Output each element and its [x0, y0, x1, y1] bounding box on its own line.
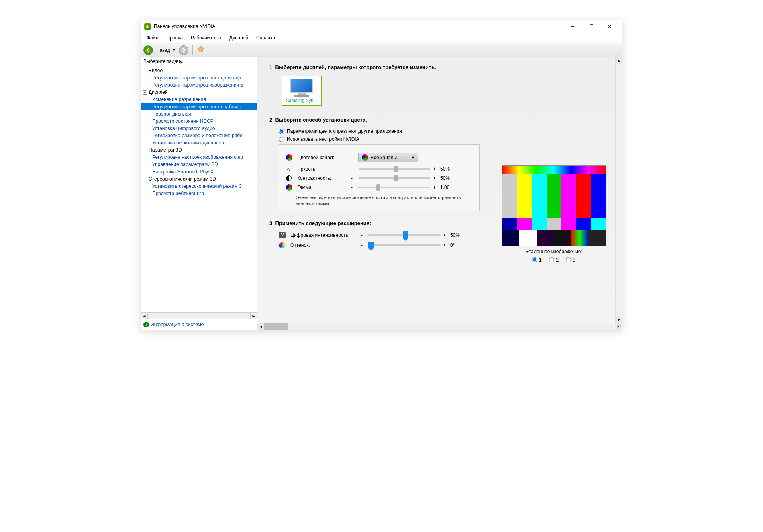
contrast-value: 50%: [440, 175, 458, 181]
menu-file[interactable]: Файл: [143, 33, 163, 42]
contrast-icon: [286, 175, 292, 181]
tree-item[interactable]: Управление параметрами 3D: [141, 161, 257, 168]
menu-display[interactable]: Дисплей: [225, 33, 252, 42]
vibrance-value: 50%: [450, 232, 468, 238]
nvidia-control-panel-window: ◉ Панель управления NVIDIA ─ ☐ ✕ Файл Пр…: [141, 20, 622, 330]
scroll-down-icon[interactable]: ▼: [616, 316, 622, 323]
plus-label: +: [443, 232, 448, 238]
radio-nvidia-label: Использовать настройки NVIDIA: [287, 136, 359, 142]
minimize-button[interactable]: ─: [563, 20, 582, 32]
tree-item[interactable]: Установить стереоскопический режим 3: [141, 183, 257, 190]
menu-edit[interactable]: Правка: [163, 33, 187, 42]
brightness-row: ☼ Яркость: - + 50%: [286, 166, 473, 172]
collapse-icon[interactable]: −: [143, 177, 147, 181]
tree-category[interactable]: −Параметры 3D: [141, 146, 257, 154]
scroll-up-icon[interactable]: ▲: [616, 57, 622, 64]
tree-item[interactable]: Регулировка размера и положения рабо: [141, 132, 257, 139]
scroll-left-icon[interactable]: ◄: [257, 323, 264, 330]
hue-slider[interactable]: [368, 244, 441, 246]
contrast-slider[interactable]: [358, 177, 430, 179]
vibrance-label: Цифровая интенсивность:: [290, 232, 359, 238]
window-title: Панель управления NVIDIA: [154, 24, 563, 29]
toolbar-separator: [192, 45, 193, 55]
reference-label: Эталонное изображение:: [502, 249, 606, 254]
tree-item[interactable]: Просмотр состояния HDCP: [141, 118, 257, 125]
hue-value: 0°: [450, 242, 468, 248]
scroll-track[interactable]: [148, 313, 250, 319]
scroll-left-icon[interactable]: ◄: [141, 313, 148, 319]
minus-label: -: [351, 185, 356, 190]
system-info-link[interactable]: Информация о системе: [151, 322, 204, 327]
home-button[interactable]: [197, 45, 205, 55]
tree-item[interactable]: Поворот дисплея: [141, 110, 257, 118]
brightness-label: Яркость:: [297, 166, 349, 172]
gamma-warning-text: Очень высокое или низкое значение яркост…: [296, 195, 473, 207]
hue-label: Оттенок:: [290, 242, 359, 248]
collapse-icon[interactable]: −: [143, 69, 147, 73]
chevron-down-icon: ▼: [411, 156, 415, 160]
radio-other-apps-input[interactable]: [279, 129, 284, 134]
sidebar-header: Выберите задачу...: [141, 57, 257, 66]
channel-select[interactable]: Все каналы ▼: [358, 153, 418, 162]
radio-nvidia[interactable]: Использовать настройки NVIDIA: [279, 136, 610, 142]
content-h-scrollbar[interactable]: ◄ ►: [257, 323, 622, 330]
maximize-button[interactable]: ☐: [582, 20, 600, 32]
content-v-scrollbar[interactable]: ▲ ▼: [615, 57, 622, 323]
sidebar-footer: i Информация о системе: [141, 319, 257, 330]
tree-item[interactable]: Регулировка настроек изображения с пр: [141, 154, 257, 161]
tree-item[interactable]: Установка цифрового аудио: [141, 125, 257, 132]
plus-label: +: [433, 166, 438, 172]
tree-item[interactable]: Настройка Surround, PhysX: [141, 168, 257, 175]
vibrance-slider[interactable]: [368, 234, 441, 236]
minus-label: -: [351, 166, 356, 172]
ref-radio-1[interactable]: 1: [532, 257, 542, 263]
nvidia-app-icon: ◉: [144, 23, 151, 30]
radio-other-apps[interactable]: Параметрами цвета управляют другие прило…: [279, 128, 610, 134]
resize-grip-icon[interactable]: ⋰: [617, 325, 621, 329]
display-thumbnail[interactable]: Samsung Syn...: [282, 76, 322, 106]
close-button[interactable]: ✕: [600, 20, 619, 32]
menu-desktop[interactable]: Рабочий стол: [187, 33, 225, 42]
content-panel: 1. Выберите дисплей, параметры которого …: [257, 57, 622, 323]
info-icon: i: [143, 322, 149, 327]
task-sidebar: Выберите задачу... −ВидеоРегулировка пар…: [141, 57, 257, 330]
ref-radio-3[interactable]: 3: [566, 257, 575, 263]
channel-row: Цветовой канал: Все каналы ▼: [286, 153, 473, 162]
tree-item[interactable]: Регулировка параметров цвета для вид: [141, 74, 257, 81]
plus-label: +: [433, 185, 438, 190]
tree-item[interactable]: Изменение разрешения: [141, 96, 257, 103]
tree-category[interactable]: −Видео: [141, 67, 257, 74]
home-icon: [197, 45, 205, 53]
tree-item[interactable]: Просмотр рейтинга игр: [141, 190, 257, 197]
contrast-label: Контрастность:: [297, 175, 349, 181]
back-button[interactable]: [143, 45, 153, 55]
back-label[interactable]: Назад: [156, 47, 170, 53]
nav-toolbar: Назад ▼: [141, 43, 622, 57]
tree-category[interactable]: −Дисплей: [141, 89, 257, 96]
monitor-icon: [290, 79, 313, 96]
tree-item[interactable]: Регулировка параметров изображения д: [141, 81, 257, 89]
radio-nvidia-input[interactable]: [279, 137, 284, 142]
color-settings-box: Цветовой канал: Все каналы ▼ ☼ Яркость: …: [279, 144, 480, 211]
gamma-slider[interactable]: [358, 187, 430, 188]
tree-item[interactable]: Установка нескольких дисплеев: [141, 139, 257, 146]
plus-label: +: [443, 242, 448, 248]
sidebar-h-scrollbar[interactable]: ◄ ►: [141, 312, 257, 319]
brightness-slider[interactable]: [358, 168, 430, 170]
content-wrap: 1. Выберите дисплей, параметры которого …: [257, 57, 622, 330]
menu-help[interactable]: Справка: [252, 33, 279, 42]
tree-category[interactable]: −Стереоскопический режим 3D: [141, 175, 257, 183]
back-dropdown-icon[interactable]: ▼: [172, 48, 175, 52]
tree-item[interactable]: Регулировка параметров цвета рабочег: [141, 103, 257, 110]
scroll-right-icon[interactable]: ►: [250, 313, 257, 319]
collapse-icon[interactable]: −: [143, 90, 147, 95]
step1-heading: 1. Выберите дисплей, параметры которого …: [269, 64, 610, 70]
reference-panel: Эталонное изображение: 1 2 3: [502, 165, 606, 263]
step2-heading: 2. Выберите способ установки цвета.: [269, 117, 610, 123]
hue-icon: [279, 242, 285, 248]
collapse-icon[interactable]: −: [143, 148, 147, 152]
forward-button[interactable]: [179, 45, 188, 55]
gamma-row: Гамма: - + 1.00: [286, 184, 473, 191]
ref-radio-2[interactable]: 2: [549, 257, 559, 263]
test-pattern-image: [502, 165, 606, 246]
